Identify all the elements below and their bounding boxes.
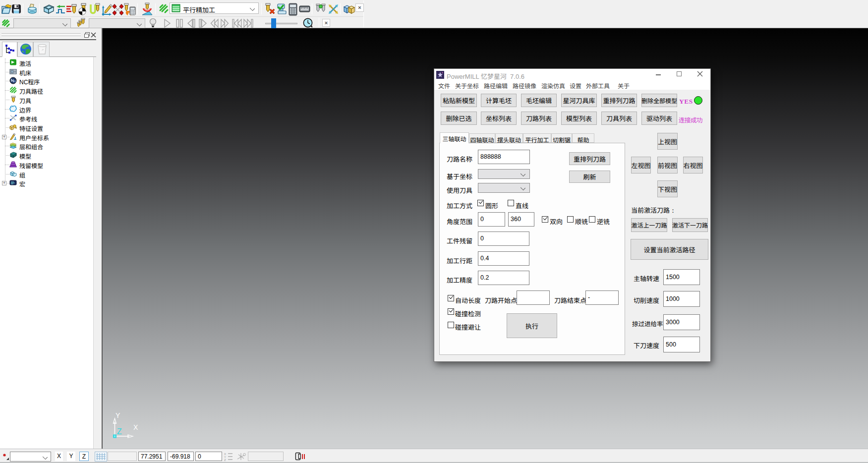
svg-text:X: X [133,423,138,431]
svg-text:Z: Z [117,427,122,436]
svg-text:Y: Y [116,411,120,419]
svg-text:Z: Z [224,459,226,461]
